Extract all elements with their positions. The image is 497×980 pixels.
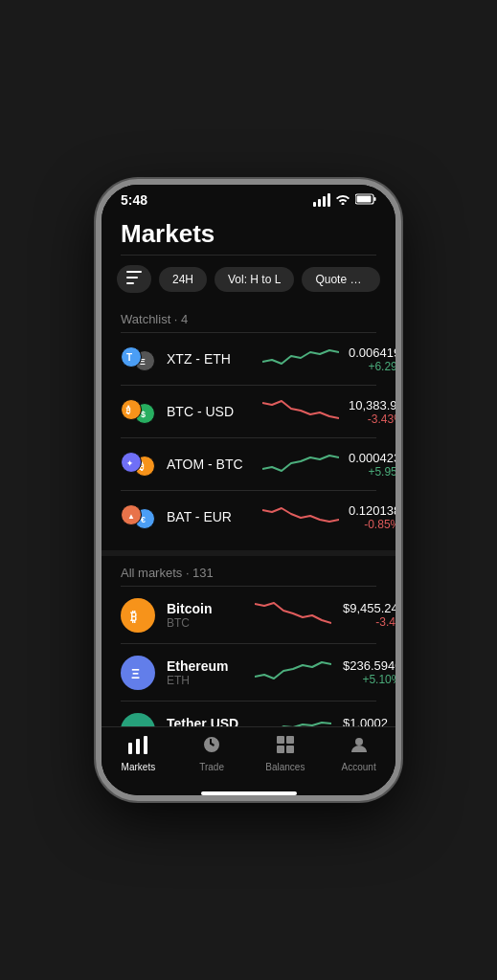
vol-filter-button[interactable]: Vol: H to L (215, 267, 294, 292)
svg-text:₿: ₿ (125, 405, 131, 415)
watchlist-row-bat-eur[interactable]: ▲ € BAT - EUR 0.120138 -0.85% (102, 491, 395, 543)
xtz-icon: T (121, 346, 142, 368)
btc-usd-price-block: 10,383.90 -3.43% (349, 398, 395, 426)
svg-point-24 (355, 738, 363, 746)
ethereum-price: $236.5940 (343, 658, 395, 673)
atom-btc-chart (262, 448, 339, 480)
svg-text:▲: ▲ (127, 512, 135, 521)
atom-icon: ✦ (121, 452, 142, 473)
signal-icon (313, 193, 330, 207)
tether-info: Tether USD USDT (167, 716, 243, 727)
svg-rect-23 (286, 746, 294, 753)
ethereum-logo: Ξ (121, 656, 155, 690)
watchlist-row-xtz-eth[interactable]: T Ξ XTZ - ETH 0.0064195 +6.29% (102, 333, 395, 385)
watchlist-row-atom-btc[interactable]: ✦ ₿ ATOM - BTC 0.0004237 +5.95% (102, 438, 395, 490)
ethereum-chart (255, 654, 331, 691)
xtz-eth-chart (262, 343, 339, 375)
btc-usd-chart (262, 395, 339, 428)
svg-rect-21 (286, 736, 294, 744)
bat-eur-price: 0.120138 (349, 503, 395, 518)
tether-chart (255, 711, 331, 726)
tether-price-block: $1.0002 +0.02% (343, 716, 388, 726)
xtz-eth-price: 0.0064195 (349, 345, 395, 360)
tab-trade[interactable]: Trade (175, 735, 249, 772)
btc-icon: ₿ (121, 399, 142, 420)
battery-icon (355, 193, 376, 208)
btc-usd-change: -3.43% (349, 412, 395, 426)
tab-balances[interactable]: Balances (249, 735, 323, 772)
account-tab-label: Account (342, 762, 376, 772)
ethereum-price-block: $236.5940 +5.10% (343, 658, 395, 686)
tether-logo: ₮ (121, 713, 155, 727)
trade-tab-label: Trade (199, 762, 224, 772)
btc-usd-price: 10,383.90 (349, 398, 395, 412)
wifi-icon (335, 193, 350, 208)
svg-rect-1 (374, 197, 376, 201)
svg-rect-5 (126, 282, 134, 284)
balances-icon (276, 735, 295, 759)
xtz-eth-icons: T Ξ (121, 346, 157, 371)
svg-rect-19 (144, 736, 147, 754)
bitcoin-price-block: $9,455.2400 -3.43% (343, 601, 395, 629)
home-indicator (201, 791, 297, 795)
bitcoin-logo: ₿ (121, 598, 155, 633)
xtz-eth-price-block: 0.0064195 +6.29% (349, 345, 395, 373)
bitcoin-change: -3.43% (343, 615, 395, 629)
svg-text:Ξ: Ξ (131, 666, 140, 681)
filter-bar: 24H Vol: H to L Quote currency · Al (102, 256, 395, 302)
filter-icon-button[interactable] (117, 265, 151, 293)
bitcoin-symbol: BTC (167, 616, 243, 630)
ethereum-symbol: ETH (167, 674, 243, 687)
content-area: Watchlist · 4 T Ξ XTZ - ETH (102, 302, 395, 726)
bat-eur-pair: BAT - EUR (167, 509, 253, 524)
svg-text:₿: ₿ (130, 609, 137, 624)
svg-rect-4 (126, 277, 138, 278)
page-header: Markets (102, 212, 395, 255)
svg-text:✦: ✦ (126, 459, 133, 468)
svg-rect-22 (277, 746, 284, 753)
atom-btc-price: 0.0004237 (349, 451, 395, 465)
tab-account[interactable]: Account (322, 735, 395, 772)
tab-markets[interactable]: Markets (102, 735, 175, 772)
markets-icon (127, 735, 148, 759)
trade-icon (202, 735, 221, 759)
page-title: Markets (121, 219, 376, 249)
watchlist-row-btc-usd[interactable]: ₿ $ BTC - USD 10,383.90 -3.43% (102, 386, 395, 437)
atom-btc-pair: ATOM - BTC (167, 457, 253, 472)
quote-currency-button[interactable]: Quote currency · Al (302, 267, 380, 292)
bat-eur-chart (262, 501, 339, 533)
tether-price: $1.0002 (343, 716, 388, 726)
svg-rect-20 (277, 736, 284, 744)
account-icon (350, 735, 369, 759)
svg-rect-18 (136, 739, 140, 754)
svg-rect-2 (357, 195, 372, 202)
btc-usd-pair: BTC - USD (167, 404, 253, 419)
atom-btc-change: +5.95% (349, 465, 395, 479)
xtz-eth-change: +6.29% (349, 360, 395, 373)
tether-name: Tether USD (167, 716, 243, 727)
ethereum-change: +5.10% (343, 673, 395, 686)
status-icons (313, 193, 376, 208)
all-markets-row-eth[interactable]: Ξ Ethereum ETH $236.5940 +5.10% (102, 644, 395, 701)
atom-btc-icons: ✦ ₿ (121, 452, 157, 477)
tab-bar: Markets Trade (102, 726, 395, 788)
bitcoin-price: $9,455.2400 (343, 601, 395, 615)
balances-tab-label: Balances (265, 762, 305, 772)
status-time: 5:48 (121, 192, 147, 208)
ethereum-info: Ethereum ETH (167, 658, 243, 687)
24h-filter-button[interactable]: 24H (159, 267, 207, 292)
bitcoin-name: Bitcoin (167, 601, 243, 616)
all-markets-header: All markets · 131 (102, 556, 395, 586)
btc-usd-icons: ₿ $ (121, 399, 157, 424)
bat-eur-price-block: 0.120138 -0.85% (349, 503, 395, 531)
ethereum-name: Ethereum (167, 658, 243, 674)
bitcoin-chart (255, 596, 331, 634)
svg-text:T: T (126, 352, 132, 363)
all-markets-row-btc[interactable]: ₿ Bitcoin BTC $9,455.2400 -3.43% (102, 587, 395, 643)
all-markets-row-usdt[interactable]: ₮ Tether USD USDT $1.0002 +0.02% (102, 702, 395, 726)
bat-eur-change: -0.85% (349, 518, 395, 531)
bitcoin-info: Bitcoin BTC (167, 601, 243, 630)
markets-tab-label: Markets (122, 762, 156, 772)
status-bar: 5:48 (102, 185, 395, 212)
bat-eur-icons: ▲ € (121, 504, 157, 529)
